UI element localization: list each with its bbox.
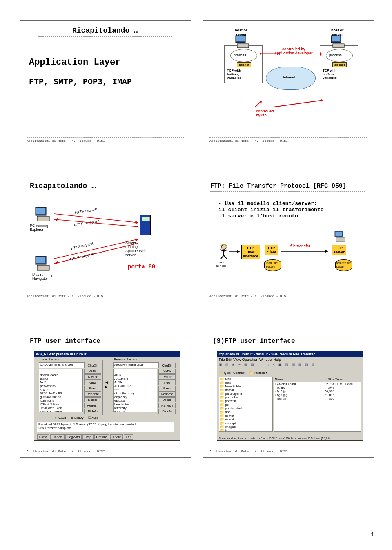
bottom-button[interactable]: Help: [82, 434, 93, 440]
radio-binary[interactable]: ◉ Binary: [71, 416, 84, 420]
svg-rect-8: [37, 216, 49, 221]
local-path[interactable]: C:\Documents and Set: [39, 362, 85, 368]
tree-item[interactable]: 📁 nsmail: [219, 388, 272, 392]
bottom-button[interactable]: LogWnd: [65, 434, 82, 440]
local-file-item[interactable]: perwebdav: [39, 384, 82, 388]
tree-item[interactable]: 📁 images: [219, 425, 272, 429]
bottom-button[interactable]: Close: [37, 434, 49, 440]
side-button[interactable]: DirInfo: [158, 409, 176, 414]
slide-1: Ricapitolando … Application Layer FTP, S…: [20, 20, 191, 147]
tree-pane[interactable]: 📁 Mail📁 nets📁 New Folder📁 nsmail📁 partec…: [219, 377, 273, 432]
tree-item[interactable]: 📁 esempi: [219, 421, 272, 425]
remote-file-item[interactable]: 40%: [114, 373, 157, 377]
local-file-item[interactable]: iClient.lnk: [39, 399, 82, 402]
radio-ascii[interactable]: ○ ASCII: [55, 416, 66, 420]
remote-file-item[interactable]: di_unito_it.sty: [114, 391, 157, 395]
bottom-button[interactable]: Options: [94, 434, 110, 440]
bottom-button[interactable]: Exit: [124, 434, 133, 440]
local-file-item[interactable]: 6210_forToolKi: [39, 391, 82, 395]
remote-file-item[interactable]: letter.sty: [114, 406, 157, 410]
remote-file-item[interactable]: AACHEN: [114, 377, 157, 380]
remote-file-row[interactable]: ▫ fig3.jpg21,096: [274, 393, 361, 397]
remote-file-row[interactable]: ▫ red.gif830: [274, 397, 361, 400]
tree-item[interactable]: 📁 New Folder: [219, 385, 272, 388]
svg-line-16: [54, 239, 138, 259]
ftp-client-box: FTP client: [265, 245, 278, 255]
tree-item[interactable]: 📁 ps: [219, 403, 272, 407]
profiles-btn[interactable]: 📁 Profiles ▾: [249, 371, 267, 375]
side-button[interactable]: Exec: [84, 386, 101, 391]
remote-file-item[interactable]: header.tex: [114, 402, 157, 406]
menu-bar[interactable]: File Edit View Operation Window Help: [217, 357, 363, 362]
remote-file-row[interactable]: ▫ fig.jpg7,943: [274, 386, 361, 389]
remote-file-item[interactable]: eepic.sty: [114, 395, 157, 399]
remote-file-row[interactable]: ▫ fig2.jpg26,988: [274, 389, 361, 393]
bottom-button[interactable]: About: [110, 434, 123, 440]
side-button[interactable]: MkDir: [84, 369, 101, 374]
remote-file-row[interactable]: ▫ 24feb03.html2,714 HTML Docu...: [274, 382, 361, 386]
mac-running-label: Mac running Navigator: [32, 273, 53, 281]
side-button[interactable]: Refresh: [158, 403, 176, 408]
side-button[interactable]: Rename: [158, 391, 176, 397]
bottom-button[interactable]: Cancel: [50, 434, 65, 440]
local-file-item[interactable]: <-c->: [39, 388, 82, 391]
side-button[interactable]: ChgDir: [84, 363, 101, 368]
footer: Applicazioni di Rete - M. Ribaudo - DISI: [27, 293, 184, 298]
local-fs-label: local file system: [266, 261, 278, 268]
local-file-item[interactable]: guidaonline.pp: [39, 395, 82, 399]
local-file-list[interactable]: ..docnulleostaeditorNoEperwebdav<-c->621…: [39, 369, 83, 412]
tree-item[interactable]: 📁 phpnuke: [219, 396, 272, 399]
side-button[interactable]: RmDir: [84, 374, 101, 380]
side-button[interactable]: View: [84, 380, 101, 385]
side-button[interactable]: Refresh: [84, 403, 101, 408]
local-file-item[interactable]: Java Web Start: [39, 406, 82, 410]
side-button[interactable]: Delete: [84, 397, 101, 402]
slide4-bullet: ▪ Usa il modello client/server: il clien…: [218, 201, 323, 219]
svg-rect-7: [36, 208, 45, 214]
tree-item[interactable]: 📁 public_html: [219, 407, 272, 410]
side-button[interactable]: MkDir: [158, 369, 176, 374]
side-button[interactable]: RmDir: [158, 374, 176, 380]
tree-item[interactable]: 📁 esami: [219, 418, 272, 421]
side-button[interactable]: ChgDir: [158, 363, 176, 368]
local-file-item[interactable]: Launch Interne: [39, 410, 82, 412]
ssh-titlebar: 2:pianeta.di.unito.it - default - SSH Se…: [217, 351, 363, 357]
tree-item[interactable]: 📁 appl: [219, 410, 272, 414]
svg-marker-19: [54, 261, 58, 264]
local-group: Local System C:\Documents and Set ..docn…: [37, 360, 103, 415]
tree-item[interactable]: 📁 portatile: [219, 399, 272, 403]
side-button[interactable]: Delete: [158, 397, 176, 402]
side-button[interactable]: DirInfo: [84, 409, 101, 414]
remote-path[interactable]: /docsrv/marina/testi: [113, 362, 159, 368]
local-file-item[interactable]: docnulleosta: [39, 373, 82, 377]
transfer-arrows[interactable]: ◄►: [104, 380, 109, 389]
svg-rect-4: [332, 36, 340, 41]
toolbar[interactable]: ▣ ▤ ◈ ✂ ▦ ▧ ↕ ↑ ↓ ✕ ▣ ▤ ▥ ▦ ▧ ▨: [217, 362, 363, 370]
quick-connect-btn[interactable]: ⚡ Quick Connect: [219, 371, 245, 375]
side-button[interactable]: Exec: [158, 386, 176, 391]
remote-file-item[interactable]: ..: [114, 369, 157, 373]
left-process-box: process socket TCP with buffers, variabl…: [224, 45, 263, 83]
file-pane[interactable]: NameSize Type ▫ 24feb03.html2,714 HTML D…: [274, 377, 361, 432]
local-file-item[interactable]: ..: [39, 369, 82, 373]
local-file-item[interactable]: NoE: [39, 380, 82, 384]
remote-file-item[interactable]: *****: [114, 388, 157, 391]
remote-fs-label: remote file system: [336, 261, 351, 268]
remote-file-item[interactable]: epic.sty: [114, 399, 157, 402]
tree-item[interactable]: 📁 nets: [219, 381, 272, 385]
side-button[interactable]: View: [158, 380, 176, 385]
remote-file-list[interactable]: ..40%AACHENAICAALGDISTR*****di_unito_it.…: [113, 369, 157, 412]
tree-item[interactable]: 📁 ium: [219, 429, 272, 432]
local-file-item[interactable]: editor: [39, 377, 82, 380]
remote-file-item[interactable]: llncs.cls: [114, 410, 157, 412]
remote-file-item[interactable]: AICA: [114, 380, 157, 384]
tree-item[interactable]: 📁 Mail: [219, 377, 272, 381]
remote-file-item[interactable]: ALGDISTR: [114, 384, 157, 388]
arrow-user-ui: [229, 250, 241, 253]
side-button[interactable]: Rename: [84, 391, 101, 397]
local-file-item[interactable]: iClient-3.9.ex: [39, 402, 82, 406]
tree-item[interactable]: 📁 partecipanti: [219, 392, 272, 396]
svg-marker-17: [135, 239, 138, 242]
radio-auto[interactable]: ☐ Auto: [88, 416, 98, 420]
tree-item[interactable]: 📁 comm: [219, 414, 272, 418]
